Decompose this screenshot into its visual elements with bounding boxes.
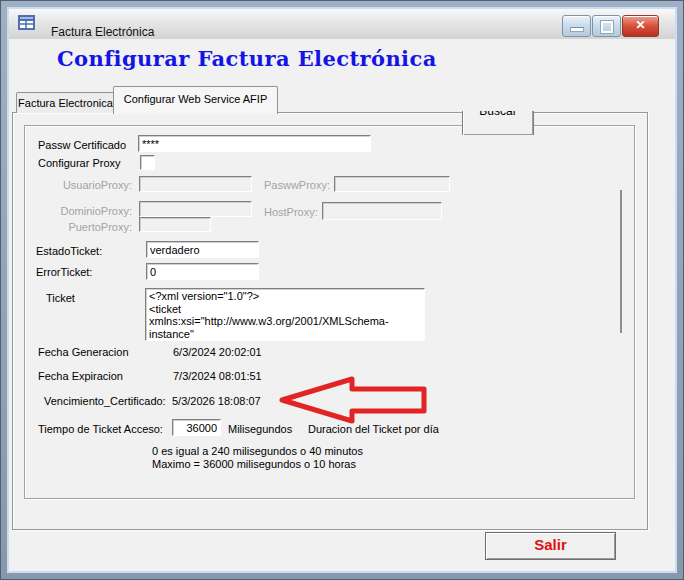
dominio-proxy-label: DominioProxy: bbox=[40, 205, 132, 217]
configurar-proxy-label: Configurar Proxy bbox=[38, 157, 121, 169]
minimize-icon bbox=[570, 27, 584, 32]
close-icon: ✕ bbox=[635, 18, 645, 32]
vencimiento-certificado-label: Vencimiento_Certificado: bbox=[44, 395, 166, 407]
tab-configurar-web-service-afip[interactable]: Configurar Web Service AFIP bbox=[113, 86, 278, 114]
note-line-1: 0 es igual a 240 milisegundos o 40 minut… bbox=[152, 445, 363, 457]
maximize-icon bbox=[601, 21, 613, 33]
factura-electronica-window: Factura Electrónica ✕ Configurar Factura… bbox=[0, 0, 684, 580]
buscar-button-clipped[interactable]: Buscar bbox=[462, 111, 534, 135]
minimize-button[interactable] bbox=[562, 15, 591, 37]
puerto-proxy-label: PuertoProxy: bbox=[40, 221, 132, 233]
window-title: Factura Electrónica bbox=[51, 25, 154, 39]
pasww-proxy-input bbox=[334, 176, 450, 192]
note-line-2: Maximo = 36000 milisegundos o 10 horas bbox=[152, 458, 356, 470]
error-ticket-label: ErrorTicket: bbox=[36, 266, 92, 278]
tiempo-ticket-label: Tiempo de Ticket Acceso: bbox=[38, 423, 163, 435]
configurar-proxy-checkbox[interactable] bbox=[140, 155, 155, 170]
vertical-separator-line bbox=[620, 190, 622, 333]
ticket-xml-textbox[interactable]: <?xml version="1.0"?> <ticket xmlns:xsi=… bbox=[145, 288, 425, 341]
host-proxy-input bbox=[322, 202, 442, 220]
salir-button[interactable]: Salir bbox=[485, 532, 616, 560]
pasww-proxy-label: PaswwProxy: bbox=[264, 179, 330, 191]
fecha-generacion-label: Fecha Generacion bbox=[38, 346, 129, 358]
estado-ticket-input[interactable] bbox=[146, 241, 259, 258]
red-arrow-icon bbox=[278, 374, 430, 426]
passw-certificado-label: Passw Certificado bbox=[38, 139, 126, 151]
dominio-proxy-input bbox=[139, 201, 252, 217]
tiempo-unit-label: Milisegundos bbox=[228, 423, 292, 435]
close-button[interactable]: ✕ bbox=[622, 15, 659, 37]
host-proxy-label: HostProxy: bbox=[264, 206, 318, 218]
estado-ticket-label: EstadoTicket: bbox=[36, 245, 102, 257]
usuario-proxy-input bbox=[139, 176, 252, 192]
puerto-proxy-input bbox=[139, 217, 211, 232]
clipped-button-wrapper: Buscar bbox=[462, 111, 534, 135]
window-form-icon bbox=[18, 15, 36, 33]
passw-certificado-input[interactable] bbox=[138, 135, 371, 152]
fecha-expiracion-label: Fecha Expiracion bbox=[38, 370, 123, 382]
fecha-generacion-value: 6/3/2024 20:02:01 bbox=[173, 346, 262, 358]
vencimiento-certificado-value: 5/3/2026 18:08:07 bbox=[172, 395, 261, 407]
page-title: Configurar Factura Electrónica bbox=[57, 46, 437, 71]
tab-factura-electronica[interactable]: Factura Electronica bbox=[16, 92, 115, 113]
error-ticket-input[interactable] bbox=[146, 263, 259, 280]
usuario-proxy-label: UsuarioProxy: bbox=[40, 179, 132, 191]
tiempo-hint-label: Duracion del Ticket por día bbox=[308, 423, 439, 435]
ticket-label: Ticket bbox=[46, 292, 75, 304]
maximize-button[interactable] bbox=[592, 15, 621, 37]
fecha-expiracion-value: 7/3/2024 08:01:51 bbox=[173, 370, 262, 382]
tiempo-ticket-input[interactable] bbox=[172, 419, 221, 436]
